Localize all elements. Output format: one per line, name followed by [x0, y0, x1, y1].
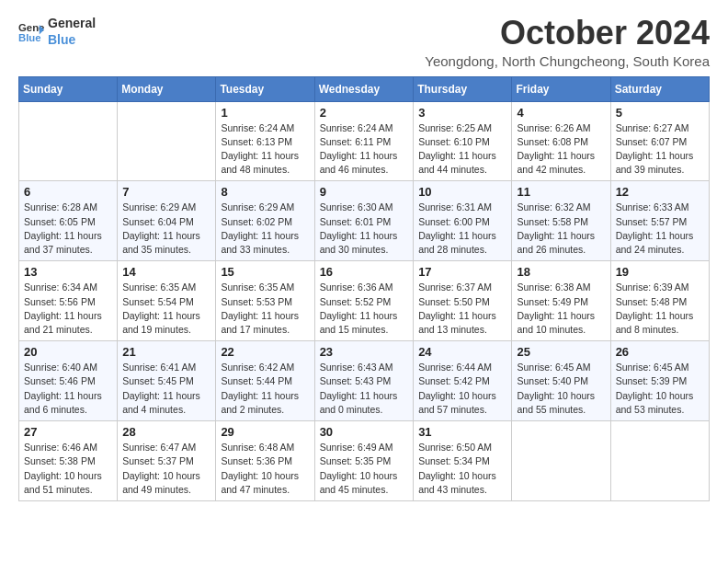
- week-row-4: 20Sunrise: 6:40 AM Sunset: 5:46 PM Dayli…: [19, 341, 710, 421]
- day-detail: Sunrise: 6:50 AM Sunset: 5:34 PM Dayligh…: [418, 441, 506, 497]
- header-thursday: Thursday: [414, 76, 512, 101]
- day-cell: 15Sunrise: 6:35 AM Sunset: 5:53 PM Dayli…: [216, 261, 314, 341]
- day-cell: 7Sunrise: 6:29 AM Sunset: 6:04 PM Daylig…: [118, 181, 216, 261]
- day-detail: Sunrise: 6:31 AM Sunset: 6:00 PM Dayligh…: [418, 201, 506, 257]
- title-block: October 2024 Yeongdong, North Chungcheon…: [425, 15, 710, 69]
- day-detail: Sunrise: 6:34 AM Sunset: 5:56 PM Dayligh…: [24, 281, 112, 337]
- day-detail: Sunrise: 6:25 AM Sunset: 6:10 PM Dayligh…: [418, 121, 506, 178]
- day-detail: Sunrise: 6:28 AM Sunset: 6:05 PM Dayligh…: [24, 201, 112, 257]
- day-detail: Sunrise: 6:37 AM Sunset: 5:50 PM Dayligh…: [418, 281, 506, 337]
- day-number: 1: [221, 106, 309, 120]
- calendar-header: SundayMondayTuesdayWednesdayThursdayFrid…: [19, 76, 710, 101]
- day-cell: 26Sunrise: 6:45 AM Sunset: 5:39 PM Dayli…: [610, 341, 709, 421]
- day-number: 7: [122, 185, 210, 199]
- header: General Blue General Blue October 2024 Y…: [18, 15, 710, 69]
- day-cell: 31Sunrise: 6:50 AM Sunset: 5:34 PM Dayli…: [414, 421, 512, 501]
- location-subtitle: Yeongdong, North Chungcheong, South Kore…: [425, 53, 710, 69]
- header-tuesday: Tuesday: [216, 76, 314, 101]
- day-detail: Sunrise: 6:36 AM Sunset: 5:52 PM Dayligh…: [320, 281, 409, 337]
- day-cell: 14Sunrise: 6:35 AM Sunset: 5:54 PM Dayli…: [118, 261, 216, 341]
- day-number: 5: [616, 106, 704, 120]
- calendar-table: SundayMondayTuesdayWednesdayThursdayFrid…: [18, 76, 710, 501]
- week-row-5: 27Sunrise: 6:46 AM Sunset: 5:38 PM Dayli…: [19, 421, 710, 501]
- day-cell: [512, 421, 610, 501]
- day-cell: 16Sunrise: 6:36 AM Sunset: 5:52 PM Dayli…: [314, 261, 414, 341]
- days-header-row: SundayMondayTuesdayWednesdayThursdayFrid…: [19, 76, 710, 101]
- day-number: 10: [418, 185, 506, 199]
- day-detail: Sunrise: 6:43 AM Sunset: 5:43 PM Dayligh…: [320, 361, 409, 417]
- day-number: 9: [320, 185, 409, 199]
- day-detail: Sunrise: 6:41 AM Sunset: 5:45 PM Dayligh…: [122, 361, 210, 417]
- day-detail: Sunrise: 6:24 AM Sunset: 6:13 PM Dayligh…: [221, 121, 309, 178]
- day-number: 26: [616, 345, 704, 359]
- day-cell: [19, 101, 118, 181]
- day-cell: 2Sunrise: 6:24 AM Sunset: 6:11 PM Daylig…: [314, 101, 414, 181]
- day-number: 23: [320, 345, 409, 359]
- day-cell: 27Sunrise: 6:46 AM Sunset: 5:38 PM Dayli…: [19, 421, 118, 501]
- day-cell: 19Sunrise: 6:39 AM Sunset: 5:48 PM Dayli…: [610, 261, 709, 341]
- logo-icon: General Blue: [18, 18, 44, 44]
- day-cell: 4Sunrise: 6:26 AM Sunset: 6:08 PM Daylig…: [512, 101, 610, 181]
- day-detail: Sunrise: 6:35 AM Sunset: 5:53 PM Dayligh…: [221, 281, 309, 337]
- day-cell: 22Sunrise: 6:42 AM Sunset: 5:44 PM Dayli…: [216, 341, 314, 421]
- week-row-3: 13Sunrise: 6:34 AM Sunset: 5:56 PM Dayli…: [19, 261, 710, 341]
- day-cell: 28Sunrise: 6:47 AM Sunset: 5:37 PM Dayli…: [118, 421, 216, 501]
- day-number: 2: [320, 106, 409, 120]
- day-number: 30: [320, 425, 409, 439]
- day-detail: Sunrise: 6:40 AM Sunset: 5:46 PM Dayligh…: [24, 361, 112, 417]
- day-number: 31: [418, 425, 506, 439]
- day-number: 14: [122, 265, 210, 279]
- day-number: 15: [221, 265, 309, 279]
- day-detail: Sunrise: 6:48 AM Sunset: 5:36 PM Dayligh…: [221, 441, 309, 497]
- day-cell: 13Sunrise: 6:34 AM Sunset: 5:56 PM Dayli…: [19, 261, 118, 341]
- day-cell: 23Sunrise: 6:43 AM Sunset: 5:43 PM Dayli…: [314, 341, 414, 421]
- day-detail: Sunrise: 6:33 AM Sunset: 5:57 PM Dayligh…: [616, 201, 704, 257]
- logo-general: General: [48, 15, 96, 31]
- day-number: 27: [24, 425, 112, 439]
- day-cell: 8Sunrise: 6:29 AM Sunset: 6:02 PM Daylig…: [216, 181, 314, 261]
- day-cell: [118, 101, 216, 181]
- day-number: 22: [221, 345, 309, 359]
- week-row-2: 6Sunrise: 6:28 AM Sunset: 6:05 PM Daylig…: [19, 181, 710, 261]
- day-cell: 25Sunrise: 6:45 AM Sunset: 5:40 PM Dayli…: [512, 341, 610, 421]
- day-number: 29: [221, 425, 309, 439]
- day-detail: Sunrise: 6:38 AM Sunset: 5:49 PM Dayligh…: [517, 281, 605, 337]
- day-detail: Sunrise: 6:46 AM Sunset: 5:38 PM Dayligh…: [24, 441, 112, 497]
- day-cell: [610, 421, 709, 501]
- day-number: 13: [24, 265, 112, 279]
- day-detail: Sunrise: 6:24 AM Sunset: 6:11 PM Dayligh…: [320, 121, 409, 178]
- day-detail: Sunrise: 6:49 AM Sunset: 5:35 PM Dayligh…: [320, 441, 409, 497]
- day-number: 4: [517, 106, 605, 120]
- day-detail: Sunrise: 6:29 AM Sunset: 6:02 PM Dayligh…: [221, 201, 309, 257]
- day-cell: 18Sunrise: 6:38 AM Sunset: 5:49 PM Dayli…: [512, 261, 610, 341]
- day-detail: Sunrise: 6:29 AM Sunset: 6:04 PM Dayligh…: [122, 201, 210, 257]
- day-detail: Sunrise: 6:26 AM Sunset: 6:08 PM Dayligh…: [517, 121, 605, 178]
- day-cell: 11Sunrise: 6:32 AM Sunset: 5:58 PM Dayli…: [512, 181, 610, 261]
- day-detail: Sunrise: 6:35 AM Sunset: 5:54 PM Dayligh…: [122, 281, 210, 337]
- day-detail: Sunrise: 6:42 AM Sunset: 5:44 PM Dayligh…: [221, 361, 309, 417]
- header-saturday: Saturday: [610, 76, 709, 101]
- day-cell: 3Sunrise: 6:25 AM Sunset: 6:10 PM Daylig…: [414, 101, 512, 181]
- day-cell: 9Sunrise: 6:30 AM Sunset: 6:01 PM Daylig…: [314, 181, 414, 261]
- day-number: 28: [122, 425, 210, 439]
- day-number: 20: [24, 345, 112, 359]
- day-number: 16: [320, 265, 409, 279]
- day-number: 21: [122, 345, 210, 359]
- day-detail: Sunrise: 6:32 AM Sunset: 5:58 PM Dayligh…: [517, 201, 605, 257]
- logo-blue: Blue: [48, 31, 96, 48]
- logo: General Blue General Blue: [18, 15, 96, 48]
- svg-text:Blue: Blue: [18, 32, 41, 43]
- day-number: 11: [517, 185, 605, 199]
- day-number: 19: [616, 265, 704, 279]
- day-number: 12: [616, 185, 704, 199]
- day-cell: 24Sunrise: 6:44 AM Sunset: 5:42 PM Dayli…: [414, 341, 512, 421]
- day-number: 25: [517, 345, 605, 359]
- header-sunday: Sunday: [19, 76, 118, 101]
- month-title: October 2024: [425, 15, 710, 52]
- day-detail: Sunrise: 6:44 AM Sunset: 5:42 PM Dayligh…: [418, 361, 506, 417]
- day-cell: 20Sunrise: 6:40 AM Sunset: 5:46 PM Dayli…: [19, 341, 118, 421]
- day-number: 18: [517, 265, 605, 279]
- day-cell: 10Sunrise: 6:31 AM Sunset: 6:00 PM Dayli…: [414, 181, 512, 261]
- day-detail: Sunrise: 6:47 AM Sunset: 5:37 PM Dayligh…: [122, 441, 210, 497]
- day-number: 3: [418, 106, 506, 120]
